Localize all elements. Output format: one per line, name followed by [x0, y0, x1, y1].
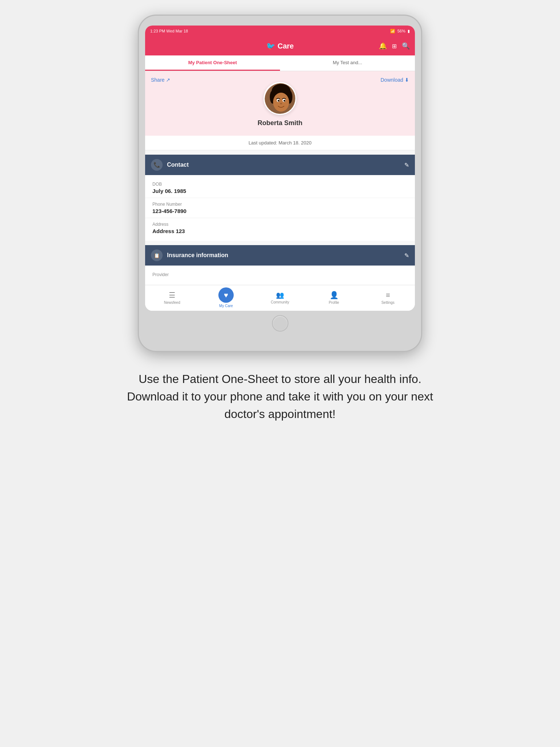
- insurance-header-left: 📋 Insurance information: [151, 249, 228, 261]
- newsfeed-label: Newsfeed: [164, 301, 180, 305]
- mycare-icon: ♥: [218, 287, 234, 303]
- contact-title: Contact: [167, 162, 189, 168]
- share-icon: ↗: [166, 77, 170, 83]
- battery-level: 56%: [397, 29, 405, 33]
- download-icon: ⬇: [405, 77, 409, 83]
- mycare-label: My Care: [219, 304, 233, 308]
- share-button[interactable]: Share ↗: [151, 77, 170, 83]
- nav-newsfeed[interactable]: ☰ Newsfeed: [161, 291, 183, 305]
- promo-text: Use the Patient One-Sheet to store all y…: [123, 370, 437, 423]
- status-bar: 1:23 PM Wed Mar 18 📶 56% ▮: [145, 26, 415, 36]
- community-label: Community: [271, 300, 289, 304]
- phone-value: 123-456-7890: [152, 208, 408, 214]
- grid-icon[interactable]: ⊞: [392, 43, 397, 50]
- svg-point-9: [280, 103, 282, 104]
- contact-section: 📞 Contact ✎ DOB July 06. 1985 Phone Numb…: [145, 155, 415, 241]
- status-time-date: 1:23 PM Wed Mar 18: [150, 29, 188, 33]
- insurance-section-body: Provider: [145, 266, 415, 285]
- contact-section-body: DOB July 06. 1985 Phone Number 123-456-7…: [145, 175, 415, 241]
- content-area: Share ↗ Download ⬇: [145, 71, 415, 311]
- nav-community[interactable]: 👥 Community: [269, 291, 291, 304]
- phone-field: Phone Number 123-456-7890: [145, 198, 415, 218]
- promo-line1: Use the Patient One-Sheet to store all y…: [139, 372, 421, 386]
- insurance-section: 📋 Insurance information ✎ Provider: [145, 245, 415, 285]
- phone-icon: 📞: [153, 162, 160, 168]
- svg-point-4: [273, 93, 289, 112]
- settings-label: Settings: [381, 301, 394, 305]
- dob-value: July 06. 1985: [152, 188, 408, 194]
- patient-name: Roberta Smith: [257, 119, 302, 127]
- nav-mycare[interactable]: ♥ My Care: [215, 287, 237, 308]
- insurance-edit-icon[interactable]: ✎: [404, 252, 409, 259]
- community-icon: 👥: [276, 291, 284, 299]
- home-button-area: [145, 311, 415, 334]
- address-field: Address Address 123: [145, 218, 415, 238]
- app-title-area: 🐦 Care: [266, 42, 293, 50]
- profile-icon: 👤: [330, 291, 339, 299]
- insurance-section-header: 📋 Insurance information ✎: [145, 245, 415, 266]
- profile-label: Profile: [329, 301, 339, 305]
- address-label: Address: [152, 222, 408, 227]
- phone-label: Phone Number: [152, 202, 408, 207]
- contact-edit-icon[interactable]: ✎: [404, 162, 409, 169]
- provider-label: Provider: [152, 272, 408, 277]
- newsfeed-icon: ☰: [169, 291, 175, 299]
- insurance-icon-circle: 📋: [151, 249, 163, 261]
- tab-patient-one-sheet[interactable]: My Patient One-Sheet: [145, 55, 280, 71]
- battery-icon: ▮: [408, 29, 410, 34]
- download-label: Download: [381, 77, 403, 83]
- svg-point-8: [284, 100, 285, 102]
- tablet-screen: 1:23 PM Wed Mar 18 📶 56% ▮ 🐦 Care 🔔 ⊞ 🔍 …: [145, 26, 415, 311]
- share-label: Share: [151, 77, 164, 83]
- dob-label: DOB: [152, 182, 408, 187]
- provider-field: Provider: [145, 268, 415, 282]
- nav-tabs: My Patient One-Sheet My Test and...: [145, 55, 415, 71]
- home-button[interactable]: [272, 315, 288, 332]
- nav-profile[interactable]: 👤 Profile: [323, 291, 345, 305]
- dob-field: DOB July 06. 1985: [145, 178, 415, 198]
- last-updated-bar: Last updated: March 18. 2020: [145, 136, 415, 150]
- app-header: 🐦 Care 🔔 ⊞ 🔍: [145, 36, 415, 55]
- patient-avatar: [264, 82, 296, 115]
- insurance-title: Insurance information: [167, 252, 228, 259]
- search-icon[interactable]: 🔍: [402, 42, 410, 50]
- tab-my-test[interactable]: My Test and...: [280, 55, 415, 71]
- promo-line2: Download it to your phone and take it wi…: [127, 390, 433, 421]
- settings-icon: ≡: [386, 291, 390, 299]
- contact-icon-circle: 📞: [151, 159, 163, 171]
- address-value: Address 123: [152, 228, 408, 234]
- contact-header-left: 📞 Contact: [151, 159, 189, 171]
- app-logo-icon: 🐦: [266, 42, 275, 50]
- contact-section-header: 📞 Contact ✎: [145, 155, 415, 175]
- header-icons: 🔔 ⊞ 🔍: [379, 42, 410, 50]
- nav-settings[interactable]: ≡ Settings: [377, 291, 399, 305]
- download-button[interactable]: Download ⬇: [381, 77, 409, 83]
- wifi-icon: 📶: [390, 29, 395, 34]
- tablet-frame: 1:23 PM Wed Mar 18 📶 56% ▮ 🐦 Care 🔔 ⊞ 🔍 …: [138, 15, 422, 352]
- last-updated-text: Last updated: March 18. 2020: [249, 140, 312, 146]
- status-indicators: 📶 56% ▮: [390, 29, 410, 34]
- bottom-nav: ☰ Newsfeed ♥ My Care 👥 Community 👤 Profi…: [145, 285, 415, 311]
- profile-section: Share ↗ Download ⬇: [145, 71, 415, 136]
- insurance-icon: 📋: [154, 253, 160, 258]
- svg-point-7: [278, 100, 280, 102]
- app-title: Care: [277, 42, 293, 50]
- bell-icon[interactable]: 🔔: [379, 42, 387, 50]
